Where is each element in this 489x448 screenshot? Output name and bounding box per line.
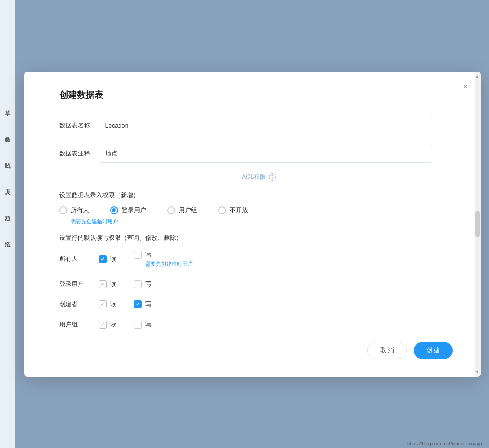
perm-creator-read-checkbox[interactable]	[99, 300, 107, 308]
perm-everyone-read-label: 读	[110, 255, 116, 263]
perm-logged-write-row: 写	[134, 280, 151, 288]
radio-closed[interactable]: 不开放	[218, 206, 248, 214]
divider-line-right	[281, 177, 458, 177]
perm-logged-read-row: 读	[99, 280, 116, 288]
table-comment-label: 数据表注释	[59, 150, 99, 158]
perm-user-group-read-label: 读	[110, 321, 116, 329]
perm-row-everyone: 所有人 读 写 需要先创建临时用户	[59, 251, 459, 268]
perm-user-group-label: 用户组	[59, 321, 99, 329]
perm-creator-label: 创建者	[59, 300, 99, 308]
perm-creator-write-checkbox[interactable]	[134, 300, 142, 308]
scroll-down-arrow[interactable]: ▼	[475, 368, 481, 376]
perm-creator-write-row: 写	[134, 300, 151, 308]
perm-logged-read-checkbox[interactable]	[99, 280, 107, 288]
cancel-button[interactable]: 取 消	[367, 342, 407, 359]
radio-logged-user-circle[interactable]	[110, 206, 118, 214]
perm-creator-write-label: 写	[145, 300, 151, 308]
radio-user-group-circle[interactable]	[167, 206, 175, 214]
dialog-footer: 取 消 创 建	[59, 342, 459, 359]
scroll-up-arrow[interactable]: ▲	[475, 72, 481, 80]
perm-creator-read-label: 读	[110, 300, 116, 308]
radio-logged-user[interactable]: 登录用户	[110, 206, 146, 214]
table-comment-row: 数据表注释	[59, 145, 459, 163]
perm-row-creator: 创建者 读 写	[59, 300, 459, 308]
perm-logged-write-label: 写	[145, 280, 151, 288]
perm-user-group-write-label: 写	[145, 321, 151, 329]
divider-line-left	[59, 177, 237, 177]
perm-logged-read-label: 读	[110, 280, 116, 288]
insert-perm-radio-group: 所有人 登录用户 用户组 不开放	[59, 206, 459, 214]
perm-user-group-read-row: 读	[99, 321, 116, 329]
create-button[interactable]: 创 建	[414, 342, 453, 359]
perm-everyone-read-checkbox[interactable]	[99, 255, 107, 263]
create-table-dialog: ▲ ▼ × 创建数据表 数据表名称 数据表注释 ACL权限 ? 设置数据表录入权…	[24, 72, 481, 377]
scroll-thumb[interactable]	[475, 211, 480, 237]
perm-everyone-write-label: 写	[145, 251, 151, 259]
perm-row-logged-user: 登录用户 读 写	[59, 280, 459, 288]
perm-logged-write-checkbox[interactable]	[134, 280, 142, 288]
perm-creator-read-row: 读	[99, 300, 116, 308]
perm-everyone-write-checkbox[interactable]	[134, 251, 142, 259]
watermark: https://blog.csdn.net/cloud_minapp	[407, 441, 482, 446]
radio-logged-user-label: 登录用户	[122, 206, 146, 214]
table-comment-input[interactable]	[99, 145, 432, 163]
radio-everyone-circle[interactable]	[59, 206, 67, 214]
close-button[interactable]: ×	[463, 82, 468, 91]
everyone-write-hint-link[interactable]: 需要先创建临时用户	[145, 260, 193, 268]
radio-closed-circle[interactable]	[218, 206, 226, 214]
perm-everyone-checks: 读 写 需要先创建临时用户	[99, 251, 193, 268]
perm-user-group-read-checkbox[interactable]	[99, 321, 107, 329]
perm-user-group-write-checkbox[interactable]	[134, 321, 142, 329]
acl-divider: ACL权限 ?	[59, 173, 459, 181]
table-name-row: 数据表名称	[59, 117, 459, 134]
perm-creator-checks: 读 写	[99, 300, 151, 308]
insert-perm-title: 设置数据表录入权限（新增）	[59, 191, 459, 199]
perm-logged-checks: 读 写	[99, 280, 151, 288]
perm-everyone-read-row: 读	[99, 255, 116, 263]
radio-closed-label: 不开放	[230, 206, 248, 214]
radio-user-group-label: 用户组	[179, 206, 197, 214]
perm-user-group-write-row: 写	[134, 321, 151, 329]
dialog-title: 创建数据表	[59, 89, 459, 101]
row-perm-title: 设置行的默认读写权限（查询、修改、删除）	[59, 234, 459, 242]
perm-everyone-label: 所有人	[59, 255, 99, 263]
acl-label: ACL权限 ?	[237, 173, 281, 181]
scrollbar[interactable]: ▲ ▼	[475, 72, 481, 377]
perm-user-group-checks: 读 写	[99, 321, 151, 329]
radio-user-group[interactable]: 用户组	[167, 206, 197, 214]
sidebar: 草 山林 区凯 大厦 建苑 络汇	[0, 0, 15, 448]
table-name-label: 数据表名称	[59, 122, 99, 130]
help-icon[interactable]: ?	[269, 173, 276, 181]
radio-everyone-label: 所有人	[71, 206, 89, 214]
table-name-input[interactable]	[99, 117, 432, 134]
radio-everyone[interactable]: 所有人	[59, 206, 89, 214]
insert-perm-hint-link[interactable]: 需要先创建临时用户	[71, 218, 459, 225]
perm-everyone-write-row: 写	[134, 251, 193, 259]
perm-logged-label: 登录用户	[59, 280, 99, 288]
perm-row-user-group: 用户组 读 写	[59, 321, 459, 329]
